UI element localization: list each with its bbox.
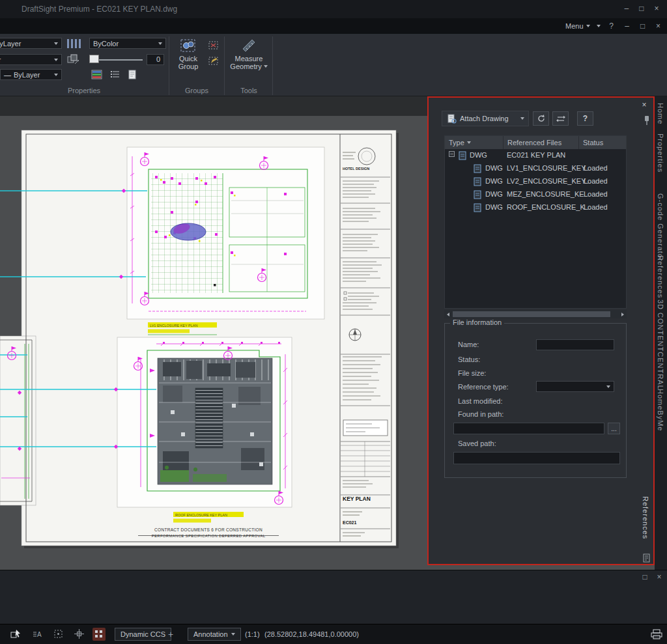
application-window: DraftSight Premium - EC021 KEY PLAN.dwg … <box>0 0 667 644</box>
measure-geometry-button[interactable]: Measure Geometry <box>228 36 270 86</box>
replace-reference-button[interactable] <box>552 111 569 126</box>
menu-bar: Menu ? – □ × <box>0 18 667 34</box>
type-filter-caret-icon <box>467 141 471 144</box>
entity-snap-toggle[interactable] <box>52 628 65 641</box>
ribbon-separator <box>224 36 225 95</box>
status-bar: A Dynamic CCS + Annotation (1:1) (28.528… <box>0 624 667 644</box>
list-view-icon[interactable] <box>109 69 121 81</box>
window-controls: – □ × <box>620 3 663 14</box>
window-restore-button[interactable]: □ <box>635 3 648 14</box>
menu-caret-icon <box>586 25 590 27</box>
hatch-pattern-icon[interactable] <box>65 38 82 49</box>
title-bar: DraftSight Premium - EC021 KEY PLAN.dwg … <box>0 0 667 18</box>
menu-label: Menu <box>565 22 584 30</box>
attach-drawing-caret-icon <box>520 117 524 120</box>
side-tab-3d-contentcentral[interactable]: 3D CONTENTCENTRAL <box>657 300 664 390</box>
annotation-text-toggle[interactable]: A <box>31 628 44 641</box>
reference-type-label: Reference type: <box>458 383 509 391</box>
window-minimize-button[interactable]: – <box>620 3 633 14</box>
hatch-color-combo[interactable]: ByColor <box>89 38 166 49</box>
ribbon: ByLayer ByLayer — ByLayer ByColor 0 <box>0 34 667 96</box>
side-tab-home[interactable]: Home <box>657 103 664 124</box>
column-header-type[interactable]: Type <box>445 136 504 149</box>
page-setup-icon[interactable] <box>126 69 138 81</box>
print-icon[interactable] <box>650 628 663 641</box>
side-tab-homebyme[interactable]: HomeByMe <box>657 389 664 431</box>
edit-group-button[interactable] <box>207 55 220 68</box>
svg-text:A: A <box>37 631 42 638</box>
combo-caret-icon <box>54 74 58 76</box>
dwg-file-icon <box>474 203 482 212</box>
layer-combo[interactable]: ByLayer <box>0 54 62 65</box>
scrollbar-thumb[interactable] <box>453 311 610 317</box>
coordinates-readout: (28.52802,18.49481,0.00000) <box>264 630 359 638</box>
scroll-left-arrow[interactable] <box>444 310 452 318</box>
reference-type-select[interactable] <box>536 381 614 392</box>
upper-plan-label: LV1 ENCLOSURE KEY PLAN <box>150 324 197 328</box>
dwg-file-icon <box>474 164 482 173</box>
grid-display-toggle[interactable] <box>92 628 106 641</box>
saved-path-input[interactable] <box>453 452 620 464</box>
groups-section-label: Groups <box>171 87 223 94</box>
table-row[interactable]: DWG ROOF_ENCLOSURE_K... Loaded <box>445 201 626 214</box>
line-style-combo[interactable]: — ByLayer <box>0 69 62 80</box>
quick-group-button[interactable]: Quick Group <box>171 36 205 86</box>
table-row[interactable]: DWG LV2_ENCLOSURE_KEY... Loaded <box>445 175 626 188</box>
reload-icon <box>536 113 546 124</box>
help-button[interactable]: ? <box>607 21 616 31</box>
references-table-header: Type Referenced Files Status <box>445 136 626 149</box>
references-tab-icon <box>643 553 651 563</box>
pin-icon[interactable] <box>643 115 651 126</box>
annotation-scale-combo[interactable]: Annotation <box>188 628 241 641</box>
name-input[interactable] <box>536 339 614 350</box>
crosshair-toggle[interactable] <box>73 628 86 641</box>
table-row[interactable]: DWG LV1_ENCLOSURE_KEY... Loaded <box>445 162 626 175</box>
side-tab-strip: Home Properties G-code Generator Referen… <box>655 96 667 570</box>
side-tab-properties[interactable]: Properties <box>657 133 664 173</box>
column-header-status[interactable]: Status <box>579 136 626 149</box>
tools-section-label: Tools <box>228 87 270 94</box>
references-palette: × Attach Drawing ? Type Referenced Files… <box>427 96 655 565</box>
color-table-icon[interactable] <box>91 69 103 81</box>
lineweight-handle[interactable] <box>89 55 99 63</box>
palette-close-button[interactable]: × <box>638 100 650 111</box>
attach-drawing-button[interactable]: Attach Drawing <box>442 111 529 126</box>
quick-group-icon <box>180 36 197 55</box>
lower-roof-plan <box>117 337 292 507</box>
dynamic-ccs-button[interactable]: Dynamic CCS <box>115 628 171 641</box>
lineweight-slider[interactable] <box>88 54 143 65</box>
column-header-referenced-files[interactable]: Referenced Files <box>504 136 579 149</box>
reload-reference-button[interactable] <box>533 111 549 126</box>
doc-minimize-button[interactable]: – <box>623 21 632 31</box>
side-tab-references[interactable]: References <box>657 255 664 298</box>
ungroup-button[interactable] <box>207 39 220 52</box>
upper-floor-plan <box>127 147 324 319</box>
line-color-combo[interactable]: ByLayer <box>0 38 62 49</box>
command-window-close-button[interactable]: × <box>654 572 664 582</box>
palette-help-button[interactable]: ? <box>577 111 593 126</box>
ribbon-separator <box>169 36 169 95</box>
window-close-button[interactable]: × <box>650 3 663 14</box>
add-scale-button[interactable]: + <box>164 628 177 641</box>
collapse-icon[interactable]: – <box>449 151 455 157</box>
found-in-path-input[interactable] <box>453 423 604 434</box>
menu-button[interactable]: Menu <box>565 22 590 30</box>
properties-section-label: Properties <box>0 87 168 94</box>
transparency-icon[interactable] <box>66 53 81 66</box>
references-palette-tab[interactable]: References <box>642 496 649 539</box>
doc-close-button[interactable]: × <box>654 21 663 31</box>
name-label: Name: <box>458 341 479 348</box>
ribbon-options-caret-icon[interactable] <box>597 25 601 27</box>
table-horizontal-scrollbar[interactable] <box>444 310 627 318</box>
command-window[interactable]: □ × <box>0 570 667 624</box>
pointer-select-toggle[interactable] <box>9 628 22 641</box>
scroll-right-arrow[interactable] <box>619 310 627 318</box>
side-tab-gcode-generator[interactable]: G-code Generator <box>657 193 664 262</box>
command-window-float-button[interactable]: □ <box>640 572 650 582</box>
lineweight-value-box[interactable]: 0 <box>147 54 164 65</box>
ungroup-icon <box>207 39 220 52</box>
table-row[interactable]: – DWG EC021 KEY PLAN <box>445 149 626 162</box>
browse-path-button[interactable]: ... <box>608 423 620 434</box>
table-row[interactable]: DWG MEZ_ENCLOSURE_KE... Loaded <box>445 188 626 201</box>
doc-restore-button[interactable]: □ <box>638 21 647 31</box>
